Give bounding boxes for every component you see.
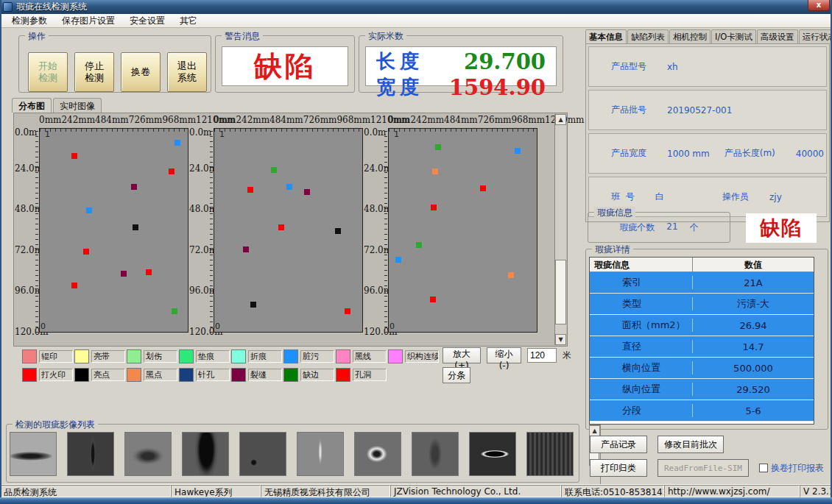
right-tab-0[interactable]: 基本信息 xyxy=(585,29,627,43)
status-bar: 品质检测系统Hawkeye系列无锡精质视觉科技有限公司JZVision Tech… xyxy=(0,484,832,497)
defect-point[interactable] xyxy=(335,228,341,234)
menu-item-2[interactable]: 安全设置 xyxy=(122,13,172,29)
defect-point[interactable] xyxy=(71,153,77,159)
op-button-1[interactable]: 停止 检测 xyxy=(74,52,114,92)
legend-label: 织构连续 xyxy=(405,350,439,363)
zoom-in-button[interactable]: 放大(+) xyxy=(443,347,481,363)
flaw-thumbnail-5[interactable] xyxy=(297,432,344,476)
split-button[interactable]: 分条 xyxy=(443,367,470,383)
menu-item-1[interactable]: 保存图片设置 xyxy=(54,13,122,29)
defect-point[interactable] xyxy=(480,185,486,191)
meters-input[interactable] xyxy=(527,348,557,363)
detail-row-label: 类型 xyxy=(590,297,693,310)
defect-point[interactable] xyxy=(133,224,138,230)
info-pair: 产品型号xh xyxy=(596,60,819,73)
plot-scrollbar[interactable]: ▲ ▼ xyxy=(554,114,566,345)
legend-swatch-icon xyxy=(336,349,350,363)
y-axis-gutter: 0.0m24.0m48.0m72.0m96.0m120.0m xyxy=(189,128,214,333)
flaw-thumbnail-9[interactable] xyxy=(526,432,574,476)
detail-table-row[interactable]: 分段5-6 xyxy=(590,400,814,422)
defect-point[interactable] xyxy=(395,257,401,263)
flaw-thumbnail-8[interactable] xyxy=(469,432,516,476)
flaw-thumbnail-0[interactable] xyxy=(10,432,57,476)
modify-batch-button[interactable]: 修改目前批次 xyxy=(658,436,724,453)
zoom-out-button[interactable]: 缩小(-) xyxy=(487,347,521,363)
right-tab-4[interactable]: 高级设置 xyxy=(757,29,798,43)
print-sort-button[interactable]: 打印归类 xyxy=(590,459,647,477)
defect-point[interactable] xyxy=(345,308,350,314)
status-segment-4: 联系电话:0510-85381428 xyxy=(561,485,664,497)
op-button-0[interactable]: 开始 检测 xyxy=(28,52,68,92)
flaw-thumbnail-7[interactable] xyxy=(412,432,459,476)
y-ruler-ticks-icon xyxy=(35,128,38,333)
plot-surface: 10 xyxy=(39,128,188,333)
close-button[interactable]: x xyxy=(808,0,830,11)
product-record-button[interactable]: 产品记录 xyxy=(590,436,647,453)
info-label: 班 号 xyxy=(611,191,635,203)
legend-item: 垫痕 xyxy=(179,349,231,363)
right-tab-1[interactable]: 缺陷列表 xyxy=(627,29,669,43)
defect-point[interactable] xyxy=(131,184,137,190)
detail-table-row[interactable]: 纵向位置29.520 xyxy=(590,379,814,400)
defect-point[interactable] xyxy=(431,205,437,210)
scroll-up-icon[interactable]: ▲ xyxy=(555,114,566,125)
detail-scroll-up-icon[interactable]: ▲ xyxy=(589,425,600,436)
op-button-3[interactable]: 退出 系统 xyxy=(167,52,207,92)
view-tab-0[interactable]: 分布图 xyxy=(12,98,52,113)
detail-row-value: 14.7 xyxy=(693,341,814,352)
defect-point[interactable] xyxy=(304,189,310,195)
defect-point[interactable] xyxy=(416,242,422,248)
scroll-down-icon[interactable]: ▼ xyxy=(555,334,566,345)
legend-label: 折痕 xyxy=(248,350,282,363)
detail-table-row[interactable]: 索引21A xyxy=(590,272,814,294)
defect-point[interactable] xyxy=(247,187,253,193)
defect-point[interactable] xyxy=(121,271,127,277)
flaw-thumbnail-1[interactable] xyxy=(67,432,114,476)
right-tab-5[interactable]: 运行状态信息 xyxy=(799,29,832,43)
flaw-thumbnail-6[interactable] xyxy=(354,432,401,476)
defect-point[interactable] xyxy=(86,207,92,213)
defect-point[interactable] xyxy=(508,272,514,278)
legend-swatch-icon xyxy=(179,349,194,363)
flaw-thumbnail-3[interactable] xyxy=(182,432,229,476)
detail-table-row[interactable]: 直径14.7 xyxy=(590,336,814,358)
right-tab-2[interactable]: 相机控制 xyxy=(669,29,711,43)
flaw-thumbnail-2[interactable] xyxy=(124,432,172,476)
menu-item-3[interactable]: 其它 xyxy=(172,13,205,29)
y-tick-label: 0.0m xyxy=(364,127,386,138)
defect-point[interactable] xyxy=(271,167,277,173)
info-label: 操作员 xyxy=(722,191,749,203)
info-label: 产品型号 xyxy=(611,60,646,73)
detail-table-row[interactable]: 类型污渍-大 xyxy=(590,294,814,315)
plot-scrollbar-thumb[interactable] xyxy=(555,260,566,324)
menu-item-0[interactable]: 检测参数 xyxy=(4,13,54,29)
defect-point[interactable] xyxy=(432,168,438,174)
op-button-2[interactable]: 换卷 xyxy=(121,52,161,92)
operation-group: 操作 开始 检测停止 检测换卷退出 系统 xyxy=(18,35,211,93)
checkbox-box-icon[interactable] xyxy=(759,464,768,472)
view-tab-1[interactable]: 实时图像 xyxy=(53,98,102,113)
flaw-info-title: 瑕疵信息 xyxy=(594,207,635,219)
defect-point[interactable] xyxy=(71,283,77,288)
detail-table-row[interactable]: 横向位置500.000 xyxy=(590,358,814,379)
defect-point[interactable] xyxy=(174,140,180,146)
defect-point[interactable] xyxy=(146,269,152,275)
defect-point[interactable] xyxy=(278,224,284,230)
defect-point[interactable] xyxy=(430,297,436,302)
defect-point[interactable] xyxy=(243,246,249,252)
detail-table-row[interactable]: 面积（mm2）26.94 xyxy=(590,315,814,336)
defect-point[interactable] xyxy=(250,302,256,308)
defect-point[interactable] xyxy=(169,168,174,174)
defect-point[interactable] xyxy=(435,144,441,150)
x-ruler-ticks-icon xyxy=(214,129,362,132)
defect-point[interactable] xyxy=(172,308,177,314)
roll-change-print-checkbox[interactable]: 换卷打印报表 xyxy=(759,462,824,475)
x-axis-labels: 0mm242mm484mm726mm968mm1210mm xyxy=(214,115,363,127)
defect-point[interactable] xyxy=(515,148,521,154)
right-tab-3[interactable]: I/O卡测试 xyxy=(711,29,756,43)
defect-point[interactable] xyxy=(286,184,292,190)
defect-point[interactable] xyxy=(83,249,89,255)
flaw-thumbnail-4[interactable] xyxy=(239,432,286,476)
legend-swatch-icon xyxy=(22,368,37,382)
window-border-bottom xyxy=(0,497,832,504)
